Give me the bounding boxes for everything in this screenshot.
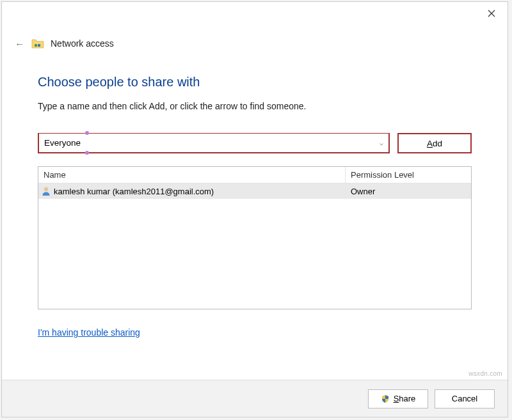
page-heading: Choose people to share with xyxy=(38,75,472,89)
close-icon xyxy=(488,10,495,17)
close-button[interactable] xyxy=(482,6,501,21)
cancel-button[interactable]: Cancel xyxy=(435,389,495,408)
watermark-text: wsxdn.com xyxy=(468,370,502,377)
back-arrow-icon[interactable]: ← xyxy=(15,38,25,49)
svg-point-2 xyxy=(44,187,48,191)
people-table: Name Permission Level kamlesh kumar (kam… xyxy=(38,166,472,309)
shield-icon xyxy=(381,394,390,403)
dialog-footer: Share Cancel xyxy=(2,380,508,417)
row-permission-cell: Owner xyxy=(346,187,471,196)
row-name-cell: kamlesh kumar (kamlesh2011@gmail.com) xyxy=(38,186,346,196)
add-person-row: ⌵ Add xyxy=(38,133,472,153)
table-row[interactable]: kamlesh kumar (kamlesh2011@gmail.com) Ow… xyxy=(38,183,471,199)
table-header: Name Permission Level xyxy=(38,167,471,183)
user-icon xyxy=(41,186,51,196)
dialog-title: Network access xyxy=(51,38,114,49)
network-access-dialog: ← Network access Choose people to share … xyxy=(1,1,508,417)
svg-point-1 xyxy=(38,44,40,47)
shared-folder-icon xyxy=(31,38,44,49)
add-button[interactable]: Add xyxy=(397,133,472,153)
row-name-text: kamlesh kumar (kamlesh2011@gmail.com) xyxy=(54,187,214,196)
name-input[interactable] xyxy=(39,134,374,152)
cursor-indicator-icon xyxy=(85,131,89,135)
dialog-header: ← Network access xyxy=(2,38,508,49)
cursor-indicator-icon xyxy=(85,151,89,155)
share-button[interactable]: Share xyxy=(368,389,428,408)
dialog-content: Choose people to share with Type a name … xyxy=(2,49,508,380)
help-link[interactable]: I'm having trouble sharing xyxy=(38,327,140,338)
column-header-name[interactable]: Name xyxy=(38,167,346,183)
name-combobox[interactable]: ⌵ xyxy=(38,133,390,153)
svg-point-0 xyxy=(35,44,37,47)
instruction-text: Type a name and then click Add, or click… xyxy=(38,101,472,111)
column-header-permission[interactable]: Permission Level xyxy=(346,167,471,183)
chevron-down-icon[interactable]: ⌵ xyxy=(374,139,388,146)
titlebar xyxy=(2,2,508,25)
